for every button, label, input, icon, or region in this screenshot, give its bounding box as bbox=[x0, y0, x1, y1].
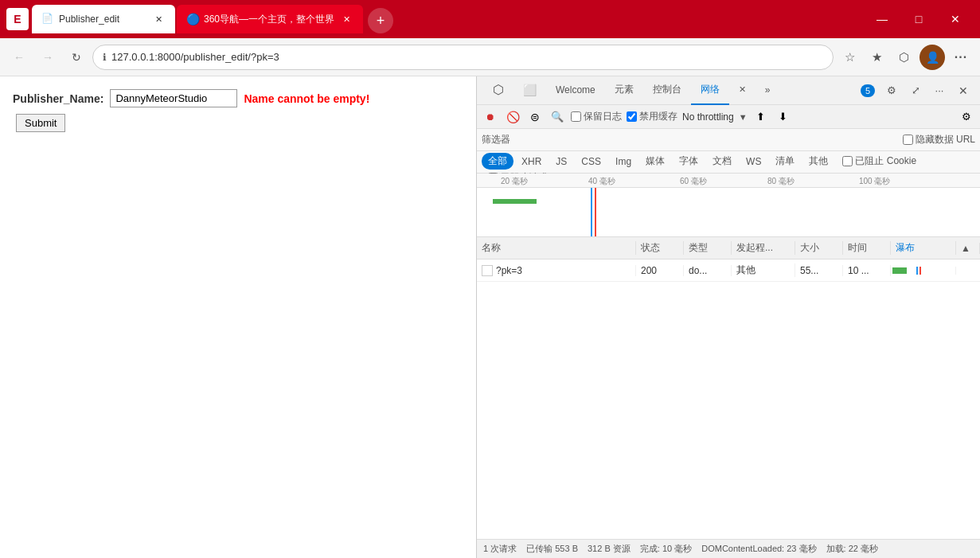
filter-tab-css[interactable]: CSS bbox=[575, 154, 607, 169]
devtools-tab-elements-icon[interactable]: ⬜ bbox=[513, 76, 546, 105]
devtools-tab-welcome[interactable]: Welcome bbox=[546, 76, 605, 105]
mark-100ms: 100 毫秒 bbox=[859, 176, 890, 187]
filter-tab-img[interactable]: Img bbox=[609, 154, 638, 169]
tab-360[interactable]: 🔵 360导航—一个主页，整个世界 ✕ bbox=[177, 5, 363, 33]
address-bar-actions: ☆ ★ ⬡ bbox=[837, 45, 916, 70]
devtools-tab-elements[interactable]: 元素 bbox=[605, 76, 643, 105]
col-type: 类型 bbox=[684, 241, 732, 255]
blocked-cookies-checkbox[interactable]: 已阻止 Cookie bbox=[842, 154, 916, 168]
error-message: Name cannot be empty! bbox=[244, 92, 369, 105]
preserve-log-checkbox[interactable]: 保留日志 bbox=[571, 110, 622, 123]
throttle-dropdown-arrow[interactable]: ▼ bbox=[739, 112, 748, 122]
devtools-tab-network[interactable]: 网络 bbox=[691, 76, 729, 105]
filter-tab-font[interactable]: 字体 bbox=[673, 153, 705, 170]
devtools-connections-button[interactable]: ⤢ bbox=[905, 80, 926, 101]
tab-bar: 📄 Publisher_edit ✕ 🔵 360导航—一个主页，整个世界 ✕ + bbox=[32, 5, 854, 33]
devtools-tab-more[interactable]: » bbox=[755, 76, 780, 105]
filter-tab-ws[interactable]: WS bbox=[740, 154, 767, 169]
filter-tab-media[interactable]: 媒体 bbox=[639, 153, 671, 170]
submit-row: Submit bbox=[13, 114, 463, 132]
search-network-button[interactable]: 🔍 bbox=[549, 108, 566, 126]
disable-cache-input[interactable] bbox=[627, 111, 637, 122]
main-content: Publisher_Name: Name cannot be empty! Su… bbox=[0, 76, 980, 558]
upload-button[interactable]: ⬆ bbox=[752, 108, 770, 126]
extensions-button[interactable]: ⬡ bbox=[891, 45, 916, 70]
maximize-button[interactable]: □ bbox=[900, 6, 937, 32]
preserve-log-input[interactable] bbox=[571, 111, 581, 122]
filter-tab-other[interactable]: 其他 bbox=[802, 153, 834, 170]
download-button[interactable]: ⬇ bbox=[775, 108, 792, 126]
refresh-button[interactable]: ↻ bbox=[64, 45, 89, 70]
table-row[interactable]: ?pk=3 200 do... 其他 55... 10 ... bbox=[477, 259, 980, 282]
form-row: Publisher_Name: Name cannot be empty! bbox=[13, 89, 463, 107]
waterfall-bar bbox=[891, 267, 955, 275]
tab-close-2[interactable]: ✕ bbox=[339, 12, 353, 26]
cell-type: do... bbox=[684, 265, 732, 276]
cell-time: 10 ... bbox=[843, 265, 891, 276]
timeline-green-bar bbox=[493, 199, 537, 204]
filter-tab-js[interactable]: JS bbox=[549, 154, 573, 169]
network-settings-button[interactable]: ⚙ bbox=[958, 108, 975, 126]
col-name: 名称 bbox=[477, 241, 636, 255]
profile-button[interactable]: 👤 bbox=[919, 45, 945, 70]
console-badge[interactable]: 5 bbox=[857, 80, 878, 101]
filter-tab-all[interactable]: 全部 bbox=[482, 153, 513, 170]
network-toolbar: ⏺ 🚫 ⊜ 🔍 保留日志 禁用缓存 No throttling ▼ ⬆ ⬇ ⚙ bbox=[477, 105, 980, 129]
status-dom-content-loaded: DOMContentLoaded: 23 毫秒 bbox=[701, 543, 816, 555]
filter-icon-button[interactable]: ⊜ bbox=[526, 108, 544, 126]
filter-bar: 筛选器 隐藏数据 URL bbox=[477, 129, 980, 151]
col-sort-arrow[interactable]: ▲ bbox=[956, 243, 980, 254]
devtools-tab-pointer[interactable]: ⬡ bbox=[483, 76, 513, 105]
col-size: 大小 bbox=[795, 241, 843, 255]
clear-button[interactable]: 🚫 bbox=[504, 108, 521, 126]
network-requests-table: 名称 状态 类型 发起程... 大小 时间 瀑布 ▲ ?pk=3 bbox=[477, 237, 980, 539]
col-time: 时间 bbox=[843, 241, 891, 255]
devtools-settings-button[interactable]: ⚙ bbox=[881, 80, 902, 101]
tab-publisher-edit[interactable]: 📄 Publisher_edit ✕ bbox=[32, 5, 175, 33]
hide-data-url-input[interactable] bbox=[903, 135, 913, 145]
devtools-tab-console[interactable]: 控制台 bbox=[643, 76, 691, 105]
favorites-button[interactable]: ☆ bbox=[837, 45, 862, 70]
mark-20ms: 20 毫秒 bbox=[501, 176, 528, 187]
tab-close-1[interactable]: ✕ bbox=[151, 12, 166, 26]
new-tab-button[interactable]: + bbox=[368, 8, 393, 33]
status-transferred: 已传输 553 B bbox=[526, 543, 578, 555]
devtools-more-button[interactable]: ··· bbox=[929, 80, 950, 101]
timeline-blue-line bbox=[591, 188, 592, 237]
webpage-area: Publisher_Name: Name cannot be empty! Su… bbox=[0, 76, 476, 558]
blocked-cookies-input[interactable] bbox=[842, 156, 853, 166]
cell-size: 55... bbox=[795, 265, 843, 276]
no-throttling-label: No throttling bbox=[682, 111, 734, 123]
security-icon: ℹ bbox=[103, 52, 107, 63]
file-icon bbox=[482, 265, 493, 276]
table-header: 名称 状态 类型 发起程... 大小 时间 瀑布 ▲ bbox=[477, 237, 980, 259]
back-button[interactable]: ← bbox=[6, 45, 32, 70]
more-button[interactable]: ··· bbox=[948, 45, 974, 70]
filter-tab-clear[interactable]: 清单 bbox=[769, 153, 801, 170]
col-initiator: 发起程... bbox=[732, 241, 795, 255]
hide-data-url-checkbox[interactable]: 隐藏数据 URL bbox=[903, 133, 975, 146]
mark-80ms: 80 毫秒 bbox=[767, 176, 795, 187]
cell-initiator: 其他 bbox=[732, 263, 795, 277]
col-waterfall[interactable]: 瀑布 bbox=[891, 241, 956, 255]
devtools-close-button[interactable]: ✕ bbox=[953, 80, 974, 101]
collections-button[interactable]: ★ bbox=[864, 45, 889, 70]
filter-tab-xhr[interactable]: XHR bbox=[515, 154, 548, 169]
record-button[interactable]: ⏺ bbox=[482, 108, 499, 126]
submit-button[interactable]: Submit bbox=[16, 114, 65, 132]
close-button[interactable]: ✕ bbox=[937, 6, 974, 32]
disable-cache-checkbox[interactable]: 禁用缓存 bbox=[627, 110, 677, 123]
waterfall-blue-line bbox=[916, 267, 918, 275]
timeline-content bbox=[477, 188, 980, 237]
cell-waterfall bbox=[891, 267, 956, 275]
timeline-ruler: 20 毫秒 40 毫秒 60 毫秒 80 毫秒 100 毫秒 bbox=[477, 174, 980, 188]
filter-tab-doc[interactable]: 文档 bbox=[706, 153, 738, 170]
mark-60ms: 60 毫秒 bbox=[680, 176, 707, 187]
forward-button[interactable]: → bbox=[35, 45, 61, 70]
network-tab-close[interactable]: ✕ bbox=[729, 76, 755, 105]
col-status: 状态 bbox=[636, 241, 684, 255]
browser-icon: E bbox=[6, 8, 29, 30]
publisher-name-input[interactable] bbox=[110, 89, 237, 107]
minimize-button[interactable]: — bbox=[864, 6, 900, 32]
filter-tabs: 全部 XHR JS CSS Img 媒体 字体 文档 WS 清单 其他 已阻止 … bbox=[477, 151, 980, 174]
